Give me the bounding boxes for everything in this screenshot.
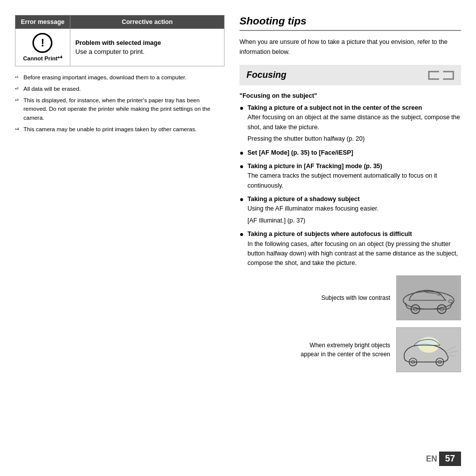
footnote-text-4: This camera may be unable to print image… — [23, 125, 197, 134]
footnote-text-1: Before erasing important images, downloa… — [23, 73, 187, 82]
bullet-dot: ● — [239, 149, 244, 158]
bullet-dot: ● — [239, 163, 244, 171]
image-caption-2: When extremely bright objectsappear in t… — [239, 341, 390, 359]
car-sketch-svg-2 — [397, 328, 461, 372]
error-icon-cell: ! Cannot Print*⁴ — [15, 29, 70, 66]
cannot-print-label: Cannot Print*⁴ — [23, 55, 62, 62]
exclamation-icon: ! — [32, 33, 52, 53]
sub-text: Using the AF illuminator makes focusing … — [247, 204, 461, 214]
image-row-1: Subjects with low contrast — [239, 275, 461, 320]
list-item: ● Taking a picture of subjects where aut… — [239, 230, 461, 268]
right-column: Shooting tips When you are unsure of how… — [239, 15, 461, 372]
focus-brackets-icon — [428, 71, 454, 80]
sub-text: The camera tracks the subject movement a… — [247, 171, 461, 191]
en-label: EN — [426, 455, 437, 464]
list-item: ● Taking a picture of a shadowy subject … — [239, 195, 461, 226]
corrective-action-header: Corrective action — [70, 15, 225, 29]
list-item: ● Set [AF Mode] (p. 35) to [Face/iESP] — [239, 148, 461, 158]
error-message-header: Error message — [15, 15, 70, 29]
list-item: ● Taking a picture in [AF Tracking] mode… — [239, 162, 461, 191]
sub-text: In the following cases, after focusing o… — [247, 239, 461, 268]
footnote-2: *² All data will be erased. — [15, 85, 225, 94]
section-divider — [239, 30, 461, 31]
right-bracket-icon — [443, 71, 454, 80]
bullet-bold: Set [AF Mode] (p. 35) to [Face/iESP] — [247, 149, 353, 156]
bullet-list: ● Taking a picture of a subject not in t… — [239, 103, 461, 268]
car-sketch-svg-1 — [397, 276, 461, 320]
image-placeholder-1 — [396, 275, 461, 320]
footnote-sup-3: *³ — [15, 97, 22, 123]
footnote-text-3: This is displayed, for instance, when th… — [23, 96, 225, 123]
footnote-4: *⁴ This camera may be unable to print im… — [15, 125, 225, 134]
error-table: Error message Corrective action ! Cannot… — [15, 15, 225, 66]
footnote-text-2: All data will be erased. — [23, 85, 81, 94]
bullet-dot: ● — [239, 104, 244, 113]
sub-text: After focusing on an object at the same … — [247, 113, 461, 132]
sub-text: [AF Illuminat.] (p. 37) — [247, 216, 461, 226]
bullet-dot: ● — [239, 196, 244, 204]
left-column: Error message Corrective action ! Cannot… — [15, 15, 225, 372]
sub-text: Pressing the shutter button halfway (p. … — [247, 134, 461, 144]
section-title: Shooting tips — [239, 15, 461, 27]
footnotes: *¹ Before erasing important images, down… — [15, 73, 225, 134]
bullet-content: Taking a picture in [AF Tracking] mode (… — [247, 162, 382, 171]
bullet-content: Taking a picture of a subject not in the… — [247, 103, 422, 113]
bullet-dot: ● — [239, 231, 244, 239]
focus-subject-label: "Focusing on the subject" — [239, 92, 461, 99]
footnote-3: *³ This is displayed, for instance, when… — [15, 96, 225, 123]
bullet-content: Set [AF Mode] (p. 35) to [Face/iESP] — [247, 148, 353, 158]
bullet-bold: Taking a picture of subjects where autof… — [247, 231, 412, 238]
section-intro: When you are unsure of how to take a pic… — [239, 37, 461, 57]
image-caption-1: Subjects with low contrast — [239, 293, 390, 302]
bullet-content: Taking a picture of a shadowy subject — [247, 195, 360, 204]
error-text-cell: Problem with selected image Use a comput… — [70, 29, 225, 66]
footnote-sup-4: *⁴ — [15, 126, 22, 134]
footnote-1: *¹ Before erasing important images, down… — [15, 73, 225, 82]
footnote-sup-2: *² — [15, 86, 22, 94]
page-number: 57 — [439, 452, 461, 466]
image-placeholder-2 — [396, 327, 461, 372]
footnote-sup-1: *¹ — [15, 74, 22, 82]
bullet-content: Taking a picture of subjects where autof… — [247, 230, 412, 239]
left-bracket-icon — [428, 71, 439, 80]
image-row-2: When extremely bright objectsappear in t… — [239, 327, 461, 372]
svg-rect-0 — [397, 276, 460, 320]
bullet-bold: Taking a picture of a shadowy subject — [247, 196, 360, 203]
focusing-title: Focusing — [246, 70, 286, 80]
bullet-bold: Taking a picture in [AF Tracking] mode (… — [247, 163, 382, 170]
error-bold-text: Problem with selected image — [75, 39, 219, 46]
error-normal-text: Use a computer to print. — [75, 48, 145, 55]
list-item: ● Taking a picture of a subject not in t… — [239, 103, 461, 144]
focusing-box: Focusing — [239, 65, 461, 85]
page-footer: EN 57 — [426, 452, 461, 466]
bullet-bold: Taking a picture of a subject not in the… — [247, 104, 422, 111]
